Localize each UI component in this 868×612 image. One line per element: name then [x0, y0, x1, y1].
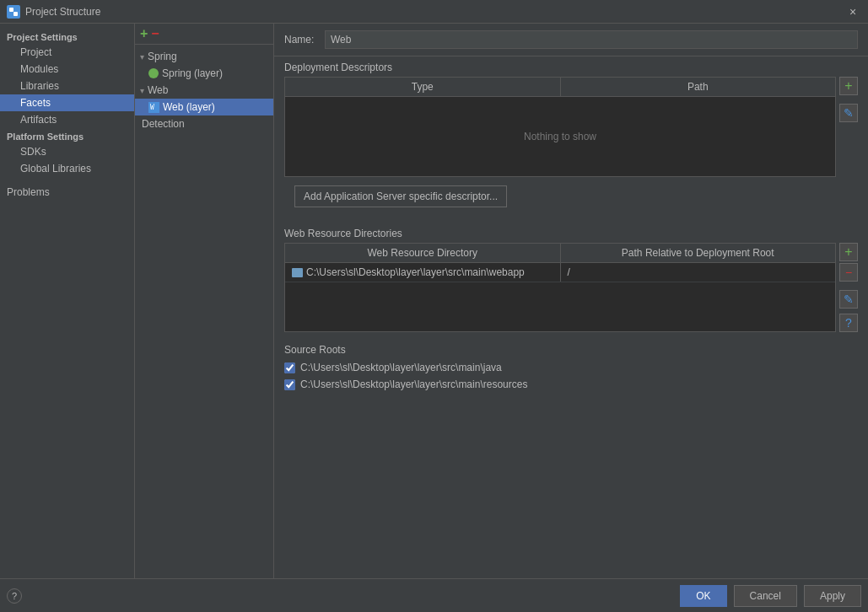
- name-label: Name:: [284, 34, 318, 46]
- deployment-edit-button[interactable]: ✎: [839, 104, 858, 122]
- tree-item-web-group[interactable]: ▾ Web: [135, 82, 273, 99]
- dialog-body: Project Settings Project Modules Librari…: [0, 24, 868, 578]
- name-row: Name:: [274, 24, 868, 56]
- sidebar-item-modules[interactable]: Modules: [0, 61, 134, 78]
- deployment-table-wrapper: Type Path Nothing to show + ✎: [284, 77, 858, 177]
- sidebar-item-problems[interactable]: Problems: [0, 184, 134, 201]
- add-descriptor-wrapper: Add Application Server specific descript…: [284, 182, 858, 214]
- sidebar-item-global-libraries[interactable]: Global Libraries: [0, 160, 134, 177]
- deployment-add-button[interactable]: +: [839, 77, 858, 95]
- deployment-col-type: Type: [285, 78, 561, 96]
- web-resource-table-header: Web Resource Directory Path Relative to …: [285, 244, 835, 263]
- title-bar: Project Structure ×: [0, 0, 868, 24]
- dialog-window: Project Structure × Project Settings Pro…: [0, 0, 868, 612]
- svg-rect-0: [9, 8, 13, 12]
- chevron-down-icon: ▾: [140, 52, 144, 62]
- sidebar: Project Settings Project Modules Librari…: [0, 24, 135, 578]
- deployment-table: Type Path Nothing to show: [284, 77, 836, 177]
- tree-item-spring-layer[interactable]: Spring (layer): [135, 65, 273, 82]
- source-root-checkbox-1[interactable]: [284, 379, 295, 390]
- webres-col-path: Path Relative to Deployment Root: [561, 244, 836, 262]
- dialog-title: Project Structure: [25, 6, 100, 18]
- add-descriptor-button[interactable]: Add Application Server specific descript…: [294, 185, 507, 207]
- webres-dir-cell: C:\Users\sl\Desktop\layer\layer\src\main…: [285, 263, 561, 282]
- tree-item-web-layer-label: Web (layer): [163, 101, 215, 113]
- sidebar-item-sdks[interactable]: SDKs: [0, 143, 134, 160]
- tree-remove-button[interactable]: −: [151, 27, 159, 40]
- source-root-path-1: C:\Users\sl\Desktop\layer\layer\src\main…: [300, 378, 527, 390]
- webres-add-button[interactable]: +: [839, 243, 858, 261]
- cancel-button[interactable]: Cancel: [734, 585, 797, 607]
- tree-toolbar: + −: [135, 24, 273, 45]
- deployment-table-header: Type Path: [285, 78, 835, 97]
- source-roots-header: Source Roots: [274, 339, 868, 359]
- web-icon: W: [148, 102, 159, 113]
- tree-panel: + − ▾ Spring Spring (layer): [135, 24, 274, 578]
- webres-remove-button[interactable]: −: [839, 263, 858, 282]
- webres-path-cell: /: [561, 263, 836, 282]
- tree-item-web-label: Web: [148, 84, 168, 96]
- folder-icon: [292, 268, 303, 277]
- bottom-bar: ? OK Cancel Apply: [0, 578, 868, 612]
- ok-button[interactable]: OK: [680, 585, 726, 607]
- tree-item-spring-group[interactable]: ▾ Spring: [135, 48, 273, 65]
- left-panels: Project Settings Project Modules Librari…: [0, 24, 274, 578]
- sidebar-item-libraries[interactable]: Libraries: [0, 78, 134, 94]
- content-panel: Name: Deployment Descriptors Type Path N…: [274, 24, 868, 578]
- title-icon: [7, 5, 20, 19]
- deployment-col-path: Path: [561, 78, 836, 96]
- web-resource-table: Web Resource Directory Path Relative to …: [284, 243, 836, 332]
- svg-rect-1: [13, 8, 18, 12]
- tree-item-spring-label: Spring: [148, 51, 177, 62]
- tree-item-spring-layer-label: Spring (layer): [162, 67, 223, 79]
- name-input[interactable]: [325, 30, 858, 49]
- source-root-checkbox-0[interactable]: [284, 362, 295, 373]
- bottom-buttons: OK Cancel Apply: [680, 585, 861, 607]
- tree-item-web-layer[interactable]: W Web (layer): [135, 99, 273, 115]
- webres-col-dir: Web Resource Directory: [285, 244, 561, 262]
- platform-settings-label: Platform Settings: [0, 128, 134, 143]
- source-root-row-1: C:\Users\sl\Desktop\layer\layer\src\main…: [274, 376, 868, 393]
- tree-item-detection-label: Detection: [142, 118, 185, 130]
- web-resource-dirs-header: Web Resource Directories: [274, 223, 868, 243]
- tree-item-detection[interactable]: Detection: [135, 115, 273, 132]
- sidebar-item-project[interactable]: Project: [0, 44, 134, 61]
- help-icon[interactable]: ?: [7, 588, 22, 604]
- content-scroll: Name: Deployment Descriptors Type Path N…: [274, 24, 868, 578]
- sidebar-item-artifacts[interactable]: Artifacts: [0, 111, 134, 128]
- tree-add-button[interactable]: +: [140, 27, 148, 40]
- deployment-empty-text: Nothing to show: [285, 97, 835, 176]
- web-resource-table-wrapper: Web Resource Directory Path Relative to …: [284, 243, 858, 332]
- spring-icon: [148, 68, 159, 78]
- apply-button[interactable]: Apply: [804, 585, 861, 607]
- chevron-down-icon-2: ▾: [140, 86, 144, 95]
- tree-content: ▾ Spring Spring (layer) ▾ Web: [135, 45, 273, 578]
- deployment-descriptors-header: Deployment Descriptors: [274, 56, 868, 77]
- svg-rect-3: [13, 12, 18, 16]
- table-row: C:\Users\sl\Desktop\layer\layer\src\main…: [285, 263, 835, 282]
- project-settings-label: Project Settings: [0, 29, 134, 44]
- svg-rect-2: [9, 12, 13, 16]
- deployment-side-buttons: + ✎: [839, 77, 858, 177]
- source-root-row-0: C:\Users\sl\Desktop\layer\layer\src\main…: [274, 359, 868, 376]
- close-button[interactable]: ×: [844, 3, 861, 20]
- sidebar-item-facets[interactable]: Facets: [0, 94, 134, 111]
- webres-side-buttons: + − ✎ ?: [839, 243, 858, 332]
- webres-help-button[interactable]: ?: [839, 314, 858, 332]
- svg-text:W: W: [150, 104, 154, 111]
- source-root-path-0: C:\Users\sl\Desktop\layer\layer\src\main…: [300, 362, 502, 373]
- webres-edit-button[interactable]: ✎: [839, 290, 858, 309]
